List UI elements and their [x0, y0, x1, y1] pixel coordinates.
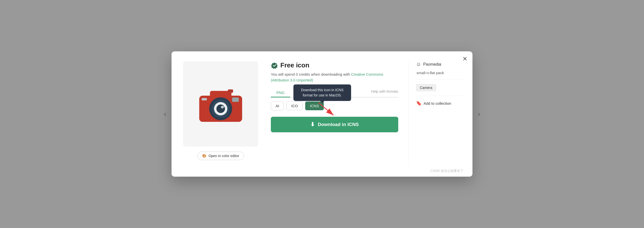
- format-buttons-group: Download this icon in ICNS format for us…: [271, 101, 398, 110]
- bookmark-icon: 🔖: [416, 100, 422, 106]
- subtitle: You will spend 0 credits when downloadin…: [271, 72, 398, 83]
- format-icns-button[interactable]: ICNS: [305, 101, 324, 110]
- camera-icon: [197, 80, 245, 128]
- author-row: ☺ Paomedia: [416, 61, 463, 67]
- svg-rect-9: [202, 98, 207, 100]
- add-to-collection-button[interactable]: 🔖 Add to collection: [416, 100, 463, 106]
- icon-detail-modal: ✕ ‹: [172, 51, 472, 177]
- divider: [416, 79, 463, 80]
- svg-point-7: [223, 106, 225, 107]
- prev-arrow[interactable]: ‹: [164, 110, 166, 118]
- help-formats-link[interactable]: Help with formats: [371, 89, 398, 96]
- author-smiley-icon: ☺: [416, 61, 421, 67]
- right-sidebar: ☺ Paomedia small-n-flat pack Camera 🔖 Ad…: [408, 61, 463, 167]
- download-button[interactable]: ⬇ Download in ICNS: [271, 117, 398, 132]
- next-arrow[interactable]: ›: [478, 110, 480, 118]
- pack-name: small-n-flat pack: [416, 71, 463, 75]
- center-content: Free icon You will spend 0 credits when …: [261, 61, 408, 167]
- download-label: Download in ICNS: [318, 122, 359, 127]
- author-name: Paomedia: [423, 62, 441, 67]
- title-row: Free icon: [271, 61, 398, 69]
- icon-preview-box: [183, 61, 258, 147]
- close-button[interactable]: ✕: [462, 55, 467, 62]
- svg-rect-10: [228, 89, 233, 93]
- format-tabs-row: PNG Help with formats: [271, 88, 398, 97]
- image-area: 🎨 Open in color editor: [181, 61, 261, 167]
- svg-point-6: [221, 106, 224, 108]
- watermark: CSDN @怎么就重名了: [430, 169, 463, 173]
- open-color-label: Open in color editor: [208, 154, 239, 158]
- icon-title: Free icon: [280, 61, 309, 69]
- download-icon: ⬇: [310, 121, 315, 128]
- verified-badge-icon: [271, 62, 278, 69]
- tab-png[interactable]: PNG: [271, 88, 290, 97]
- svg-rect-8: [232, 97, 239, 102]
- format-ico-button[interactable]: ICO: [286, 101, 303, 110]
- format-ai-button[interactable]: AI: [271, 101, 284, 110]
- collection-label: Add to collection: [424, 101, 451, 105]
- open-color-editor-button[interactable]: 🎨 Open in color editor: [197, 152, 244, 160]
- divider2: [416, 96, 463, 96]
- camera-tag[interactable]: Camera: [416, 84, 436, 91]
- svg-point-5: [216, 104, 225, 113]
- color-wheel-icon: 🎨: [202, 154, 206, 158]
